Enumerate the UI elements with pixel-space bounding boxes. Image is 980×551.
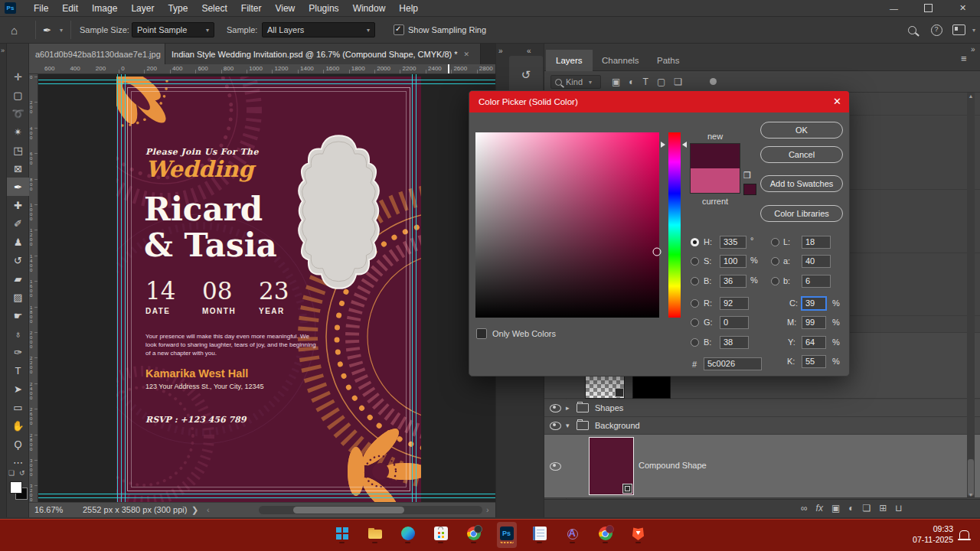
- taskbar-brave-icon[interactable]: [629, 522, 648, 548]
- gamut-warning-icon[interactable]: ❒: [743, 171, 751, 181]
- menu-file[interactable]: File: [27, 2, 55, 15]
- tab-paths[interactable]: Paths: [647, 50, 689, 71]
- guide-line[interactable]: [38, 83, 495, 84]
- scrollbar-thumb[interactable]: [968, 459, 974, 496]
- help-icon[interactable]: [931, 17, 942, 43]
- sample-dropdown[interactable]: All Layers▾: [262, 22, 375, 37]
- layer-group-background[interactable]: ▾ Background: [544, 417, 980, 435]
- color-field[interactable]: [475, 132, 659, 318]
- smudge-tool[interactable]: ☛: [7, 306, 29, 324]
- ok-button[interactable]: OK: [760, 122, 843, 139]
- cancel-button[interactable]: Cancel: [760, 146, 843, 163]
- lasso-tool[interactable]: ➰: [7, 104, 29, 122]
- sample-size-dropdown[interactable]: Point Sample▾: [132, 22, 214, 37]
- h-radio[interactable]: [691, 238, 699, 246]
- menu-view[interactable]: View: [268, 2, 302, 15]
- collapse-panels-icon[interactable]: «: [527, 47, 531, 55]
- guide-line[interactable]: [38, 494, 495, 494]
- b3-radio[interactable]: [691, 338, 699, 347]
- scrollbar-thumb[interactable]: [293, 507, 404, 514]
- menu-filter[interactable]: Filter: [234, 2, 269, 15]
- guide-line[interactable]: [125, 74, 126, 502]
- new-group-icon[interactable]: ❏: [863, 503, 871, 514]
- taskbar-clock[interactable]: 09:33 07-11-2025: [913, 523, 969, 545]
- menu-plugins[interactable]: Plugins: [302, 2, 345, 15]
- color-libraries-button[interactable]: Color Libraries: [760, 205, 843, 222]
- b2-input[interactable]: 6: [802, 275, 831, 288]
- guide-line[interactable]: [38, 80, 495, 80]
- guide-line[interactable]: [412, 74, 413, 502]
- layer-filter-kind-dropdown[interactable]: Kind ▾: [550, 75, 601, 89]
- h-input[interactable]: 335: [720, 236, 746, 249]
- layers-scrollbar[interactable]: ▲ ▼: [967, 93, 975, 498]
- zoom-level[interactable]: 16.67%: [34, 505, 63, 514]
- k-input[interactable]: 55: [802, 355, 826, 368]
- canvas-pasteboard[interactable]: Please Join Us For The Wedding Ricard & …: [38, 74, 495, 502]
- close-tab-icon[interactable]: ✕: [464, 51, 470, 58]
- crop-tool[interactable]: ◳: [7, 141, 29, 159]
- taskbar-a-design-icon[interactable]: [563, 522, 583, 548]
- close-button[interactable]: ✕: [946, 0, 980, 16]
- path-selection-tool[interactable]: ➤: [7, 380, 29, 398]
- zoom-tool[interactable]: Ϙ: [7, 435, 29, 453]
- taskbar-explorer-icon[interactable]: [365, 522, 385, 548]
- pen-tool[interactable]: ✑: [7, 343, 29, 361]
- horizontal-scrollbar[interactable]: [259, 506, 482, 514]
- visibility-toggle[interactable]: [544, 404, 566, 412]
- current-color-swatch[interactable]: [691, 168, 740, 193]
- add-to-swatches-button[interactable]: Add to Swatches: [760, 175, 843, 192]
- expand-toolbar-icon[interactable]: »: [1, 47, 5, 54]
- eraser-tool[interactable]: ▰: [7, 269, 29, 288]
- s-input[interactable]: 100: [720, 255, 746, 268]
- brush-tool[interactable]: ✐: [7, 214, 29, 233]
- menu-type[interactable]: Type: [161, 2, 194, 15]
- color-field-marker[interactable]: [653, 248, 662, 256]
- hex-input[interactable]: 5c0026: [704, 357, 762, 370]
- swap-colors-icon[interactable]: ❏↺: [8, 469, 28, 478]
- guide-line[interactable]: [38, 497, 495, 498]
- filter-toggle-icon[interactable]: [710, 78, 717, 85]
- tab-layers[interactable]: Layers: [546, 50, 593, 71]
- b-radio[interactable]: [691, 277, 699, 285]
- only-web-colors-checkbox[interactable]: Only Web Colors: [476, 328, 556, 339]
- filter-pixel-layers-icon[interactable]: ▣: [612, 77, 620, 87]
- layer-thumbnail[interactable]: [589, 437, 634, 495]
- search-icon[interactable]: [908, 17, 916, 43]
- scroll-left-icon[interactable]: ‹: [207, 505, 210, 514]
- m-input[interactable]: 99: [802, 316, 826, 329]
- filter-adjustment-layers-icon[interactable]: ◐: [629, 77, 634, 87]
- document-canvas[interactable]: Please Join Us For The Wedding Ricard & …: [116, 77, 421, 502]
- show-sampling-ring-checkbox[interactable]: [394, 17, 404, 43]
- a-input[interactable]: 40: [802, 255, 831, 268]
- taskbar-start-icon[interactable]: [332, 522, 352, 548]
- guide-line[interactable]: [117, 74, 118, 502]
- eyedropper-preset-button[interactable]: ✒ ▾: [43, 17, 63, 43]
- taskbar-chrome-icon[interactable]: [464, 522, 484, 548]
- tab-channels[interactable]: Channels: [592, 50, 649, 71]
- frame-tool[interactable]: ⊠: [7, 159, 29, 178]
- l-input[interactable]: 18: [802, 236, 831, 249]
- document-tab-active[interactable]: Indian Style Wedding Invitation.psd @ 16…: [165, 44, 481, 64]
- g-radio[interactable]: [691, 318, 699, 327]
- panel-menu-icon[interactable]: ≡: [961, 53, 967, 64]
- gradient-tool[interactable]: ▨: [7, 288, 29, 306]
- expand-dock-icon[interactable]: »: [971, 45, 975, 54]
- layer-row-compound-shape[interactable]: Compound Shape: [544, 435, 980, 498]
- taskbar-notepad-icon[interactable]: [530, 522, 550, 548]
- home-icon[interactable]: ⌂: [11, 17, 18, 43]
- menu-help[interactable]: Help: [392, 2, 425, 15]
- r-radio[interactable]: [691, 299, 699, 308]
- scroll-right-icon[interactable]: ›: [486, 505, 489, 514]
- hand-tool[interactable]: ✋: [7, 416, 29, 435]
- healing-brush-tool[interactable]: ✚: [7, 196, 29, 214]
- layer-effects-icon[interactable]: fx: [816, 503, 823, 514]
- filter-smart-objects-icon[interactable]: ❏: [674, 77, 682, 87]
- menu-edit[interactable]: Edit: [55, 2, 85, 15]
- restore-button[interactable]: [911, 0, 946, 16]
- gamut-swatch[interactable]: [743, 184, 756, 195]
- layer-group-shapes[interactable]: ▸ Shapes: [544, 399, 980, 417]
- b3-input[interactable]: 38: [720, 336, 749, 349]
- dialog-title-bar[interactable]: Color Picker (Solid Color) ✕: [469, 91, 849, 112]
- foreground-color-swatch[interactable]: [10, 481, 22, 494]
- scroll-up-icon[interactable]: ▲: [967, 93, 975, 99]
